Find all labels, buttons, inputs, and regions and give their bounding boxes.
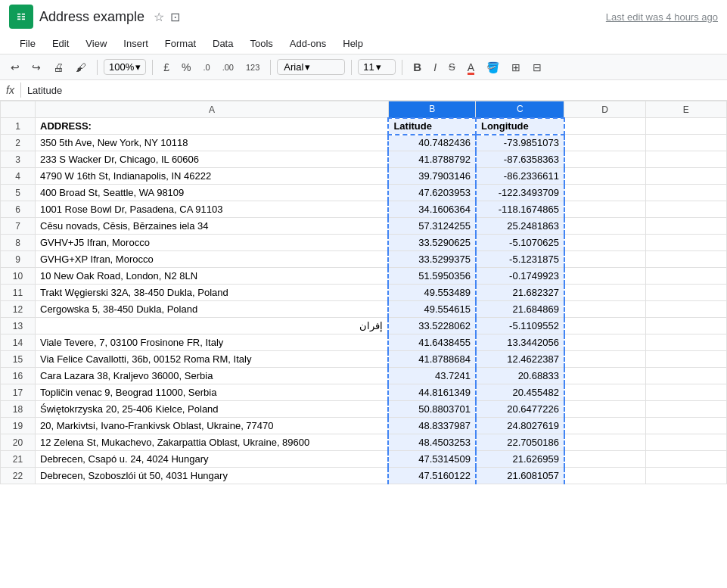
menu-item-insert[interactable]: Insert [116,35,156,52]
cell-b12[interactable]: 49.554615 [388,301,476,318]
cell-b16[interactable]: 43.7241 [388,368,476,384]
cell-c18[interactable]: 20.6477226 [476,401,564,418]
cell-d2[interactable] [564,135,645,151]
percent-button[interactable]: % [177,58,195,76]
cell-c11[interactable]: 21.682327 [476,285,564,301]
cell-a21[interactable]: Debrecen, Csapó u. 24, 4024 Hungary [36,451,389,468]
row-header-19[interactable]: 19 [1,418,36,434]
cell-e6[interactable] [645,201,726,218]
folder-icon[interactable]: ⊡ [170,10,180,24]
cell-d18[interactable] [564,401,645,418]
cell-b9[interactable]: 33.5299375 [388,251,476,268]
menu-item-help[interactable]: Help [335,35,371,52]
cell-c22[interactable]: 21.6081057 [476,468,564,484]
cell-a17[interactable]: Topličin venac 9, Beograd 11000, Serbia [36,384,389,401]
row-header-3[interactable]: 3 [1,151,36,168]
fill-color-button[interactable]: 🪣 [482,58,504,76]
cell-c9[interactable]: -5.1231875 [476,251,564,268]
cell-a18[interactable]: Świętokrzyska 20, 25-406 Kielce, Poland [36,401,389,418]
row-header-9[interactable]: 9 [1,251,36,268]
redo-button[interactable]: ↪ [27,58,45,76]
cell-c17[interactable]: 20.455482 [476,384,564,401]
cell-c1[interactable]: Longitude [476,118,564,135]
cell-b21[interactable]: 47.5314509 [388,451,476,468]
cell-c13[interactable]: -5.1109552 [476,318,564,334]
menu-item-view[interactable]: View [78,35,114,52]
cell-d21[interactable] [564,451,645,468]
cell-e20[interactable] [645,434,726,451]
merge-button[interactable]: ⊟ [528,58,546,76]
cell-a11[interactable]: Trakt Węgierski 32A, 38-450 Dukla, Polan… [36,285,389,301]
col-header-c[interactable]: C [476,101,564,118]
cell-e4[interactable] [645,168,726,185]
cell-d1[interactable] [564,118,645,135]
cell-c4[interactable]: -86.2336611 [476,168,564,185]
row-header-17[interactable]: 17 [1,384,36,401]
row-header-10[interactable]: 10 [1,268,36,285]
cell-b2[interactable]: 40.7482436 [388,135,476,151]
cell-b10[interactable]: 51.5950356 [388,268,476,285]
cell-e8[interactable] [645,235,726,251]
cell-e5[interactable] [645,185,726,201]
cell-c14[interactable]: 13.3442056 [476,334,564,351]
row-header-11[interactable]: 11 [1,285,36,301]
cell-d7[interactable] [564,218,645,235]
row-header-22[interactable]: 22 [1,468,36,484]
cell-b22[interactable]: 47.5160122 [388,468,476,484]
row-header-20[interactable]: 20 [1,434,36,451]
cell-d13[interactable] [564,318,645,334]
row-header-7[interactable]: 7 [1,218,36,235]
cell-d22[interactable] [564,468,645,484]
row-header-13[interactable]: 13 [1,318,36,334]
menu-item-format[interactable]: Format [157,35,203,52]
cell-d3[interactable] [564,151,645,168]
cell-e13[interactable] [645,318,726,334]
cell-a14[interactable]: Viale Tevere, 7, 03100 Frosinone FR, Ita… [36,334,389,351]
cell-e12[interactable] [645,301,726,318]
font-color-button[interactable]: A [463,58,479,76]
col-header-a[interactable]: A [36,101,389,118]
cell-b20[interactable]: 48.4503253 [388,434,476,451]
cell-d10[interactable] [564,268,645,285]
cell-c16[interactable]: 20.68833 [476,368,564,384]
col-header-e[interactable]: E [645,101,726,118]
cell-a12[interactable]: Cergowska 5, 38-450 Dukla, Poland [36,301,389,318]
menu-item-file[interactable]: File [12,35,43,52]
cell-b1[interactable]: Latitude [388,118,476,135]
cell-b15[interactable]: 41.8788684 [388,351,476,368]
cell-c7[interactable]: 25.2481863 [476,218,564,235]
cell-b11[interactable]: 49.553489 [388,285,476,301]
cell-c3[interactable]: -87.6358363 [476,151,564,168]
cell-e9[interactable] [645,251,726,268]
cell-e17[interactable] [645,384,726,401]
cell-c10[interactable]: -0.1749923 [476,268,564,285]
cell-b17[interactable]: 44.8161349 [388,384,476,401]
cell-c19[interactable]: 24.8027619 [476,418,564,434]
menu-item-tools[interactable]: Tools [242,35,280,52]
cell-e21[interactable] [645,451,726,468]
cell-b19[interactable]: 48.8337987 [388,418,476,434]
cell-c2[interactable]: -73.9851073 [476,135,564,151]
row-header-15[interactable]: 15 [1,351,36,368]
row-header-5[interactable]: 5 [1,185,36,201]
cell-a5[interactable]: 400 Broad St, Seattle, WA 98109 [36,185,389,201]
cell-e14[interactable] [645,334,726,351]
cell-c21[interactable]: 21.626959 [476,451,564,468]
cell-c8[interactable]: -5.1070625 [476,235,564,251]
cell-d12[interactable] [564,301,645,318]
cell-d17[interactable] [564,384,645,401]
cell-a6[interactable]: 1001 Rose Bowl Dr, Pasadena, CA 91103 [36,201,389,218]
paint-format-button[interactable]: 🖌 [71,58,91,76]
row-header-12[interactable]: 12 [1,301,36,318]
cell-d11[interactable] [564,285,645,301]
cell-d5[interactable] [564,185,645,201]
cell-e10[interactable] [645,268,726,285]
cell-b13[interactable]: 33.5228062 [388,318,476,334]
row-header-14[interactable]: 14 [1,334,36,351]
spreadsheet-container[interactable]: A B C D E 1ADDRESS:LatitudeLongitude2350… [0,101,727,588]
zoom-selector[interactable]: 100% ▾ [104,59,146,75]
row-header-16[interactable]: 16 [1,368,36,384]
menu-item-add-ons[interactable]: Add-ons [282,35,334,52]
cell-e19[interactable] [645,418,726,434]
cell-b14[interactable]: 41.6438455 [388,334,476,351]
